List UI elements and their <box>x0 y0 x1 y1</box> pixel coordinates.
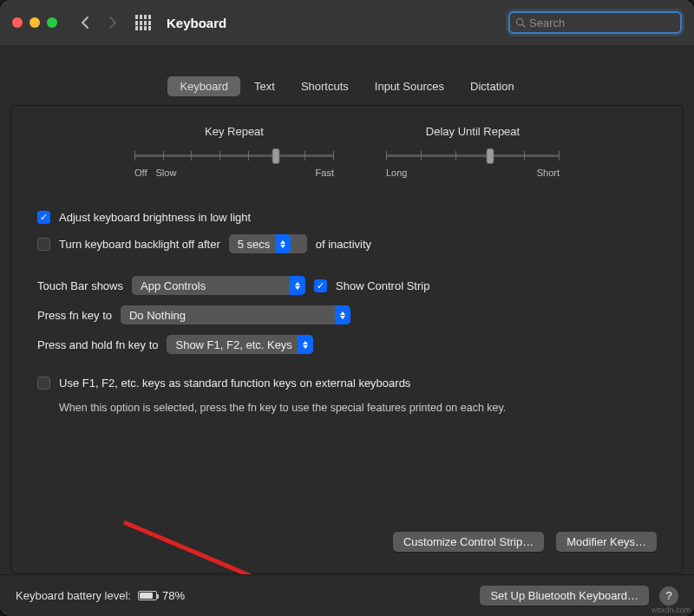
chevron-updown-icon <box>298 335 313 354</box>
checkbox-std-fn[interactable] <box>37 377 50 390</box>
zoom-icon[interactable] <box>47 17 57 28</box>
slider-label-fast: Fast <box>316 167 334 178</box>
tab-strip: Keyboard Text Shortcuts Input Sources Di… <box>10 76 684 96</box>
customize-control-strip-button[interactable]: Customize Control Strip… <box>393 532 544 552</box>
delay-slider[interactable] <box>386 147 560 164</box>
help-button[interactable]: ? <box>659 587 678 606</box>
label-backlight-before: Turn keyboard backlight off after <box>59 238 220 251</box>
back-button[interactable] <box>75 12 95 33</box>
label-hold-fn: Press and hold fn key to <box>37 338 158 351</box>
key-repeat-label: Key Repeat <box>134 125 334 138</box>
search-icon <box>515 16 526 29</box>
key-repeat-slider[interactable] <box>134 147 334 164</box>
window-title: Keyboard <box>167 16 226 30</box>
chevron-updown-icon <box>275 234 291 253</box>
slider-label-long: Long <box>386 167 407 178</box>
row-press-fn: Press fn key to Do Nothing <box>37 305 657 324</box>
preferences-window: Keyboard Keyboard Text Shortcuts Input S… <box>0 0 694 616</box>
select-backlight-time[interactable]: 5 secs <box>229 234 307 253</box>
label-backlight-after: of inactivity <box>316 238 371 251</box>
tab-keyboard[interactable]: Keyboard <box>167 76 240 96</box>
row-adjust-brightness: Adjust keyboard brightness in low light <box>37 211 657 224</box>
svg-point-0 <box>517 19 524 26</box>
tab-text[interactable]: Text <box>242 76 287 96</box>
key-repeat-group: Key Repeat Off Slow Fast <box>134 125 334 178</box>
battery-icon <box>138 591 157 600</box>
forward-button[interactable] <box>102 12 123 33</box>
close-icon[interactable] <box>12 17 23 28</box>
select-touchbar-shows[interactable]: App Controls <box>132 276 305 295</box>
panel-bottom-buttons: Customize Control Strip… Modifier Keys… <box>393 532 657 552</box>
row-backlight-off: Turn keyboard backlight off after 5 secs… <box>37 234 657 253</box>
help-std-fn: When this option is selected, press the … <box>59 400 657 416</box>
label-std-fn: Use F1, F2, etc. keys as standard functi… <box>59 377 410 390</box>
select-press-fn[interactable]: Do Nothing <box>121 305 350 324</box>
label-press-fn: Press fn key to <box>37 309 112 322</box>
slider-label-short: Short <box>537 167 560 178</box>
setup-bluetooth-keyboard-button[interactable]: Set Up Bluetooth Keyboard… <box>480 586 649 606</box>
label-touchbar-shows: Touch Bar shows <box>37 279 123 292</box>
watermark: wsxdn.com <box>651 606 691 614</box>
window-controls <box>12 17 57 28</box>
slider-label-slow: Slow <box>155 167 176 178</box>
checkbox-adjust-brightness[interactable] <box>37 211 50 224</box>
chevron-updown-icon <box>290 276 305 295</box>
checkbox-show-control-strip[interactable] <box>314 279 327 292</box>
titlebar: Keyboard <box>0 0 694 45</box>
label-adjust-brightness: Adjust keyboard brightness in low light <box>59 211 251 224</box>
search-field[interactable] <box>508 11 682 34</box>
settings-panel: Key Repeat Off Slow Fast <box>10 105 684 573</box>
sliders-row: Key Repeat Off Slow Fast <box>37 125 657 178</box>
delay-label: Delay Until Repeat <box>386 125 560 138</box>
footer: Keyboard battery level: 78% Set Up Bluet… <box>0 574 694 616</box>
label-show-control-strip: Show Control Strip <box>336 279 429 292</box>
delay-group: Delay Until Repeat Long Short <box>386 125 560 178</box>
select-hold-fn[interactable]: Show F1, F2, etc. Keys <box>167 335 312 354</box>
chevron-updown-icon <box>335 305 350 324</box>
tab-shortcuts[interactable]: Shortcuts <box>289 76 361 96</box>
battery-label: Keyboard battery level: <box>16 589 131 602</box>
row-hold-fn: Press and hold fn key to Show F1, F2, et… <box>37 335 657 354</box>
minimize-icon[interactable] <box>29 17 40 28</box>
slider-label-off: Off <box>134 167 147 178</box>
tab-input-sources[interactable]: Input Sources <box>363 76 456 96</box>
row-touchbar: Touch Bar shows App Controls Show Contro… <box>37 276 657 295</box>
tab-dictation[interactable]: Dictation <box>458 76 527 96</box>
row-std-fn: Use F1, F2, etc. keys as standard functi… <box>37 377 657 390</box>
search-input[interactable] <box>529 16 675 29</box>
modifier-keys-button[interactable]: Modifier Keys… <box>556 532 657 552</box>
battery-percent: 78% <box>162 589 185 602</box>
content-area: Keyboard Text Shortcuts Input Sources Di… <box>0 76 694 573</box>
checkbox-backlight-off[interactable] <box>37 238 50 251</box>
show-all-icon[interactable] <box>135 15 151 30</box>
svg-line-1 <box>522 24 525 27</box>
